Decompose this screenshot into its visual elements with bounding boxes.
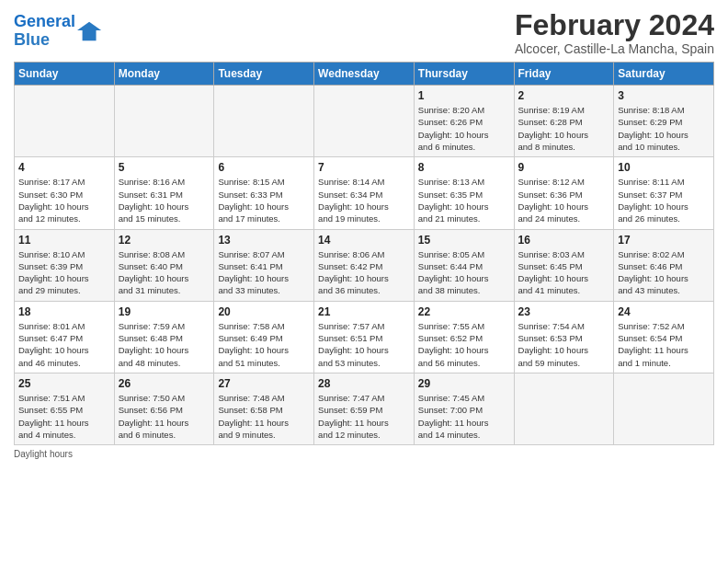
day-info: Sunrise: 7:57 AMSunset: 6:51 PMDaylight:… — [318, 320, 410, 369]
day-number: 21 — [318, 305, 410, 318]
day-info: Sunrise: 7:52 AMSunset: 6:54 PMDaylight:… — [618, 320, 710, 369]
day-info: Sunrise: 7:59 AMSunset: 6:48 PMDaylight:… — [119, 320, 210, 369]
day-number: 6 — [218, 161, 310, 174]
calendar-week-row: 18Sunrise: 8:01 AMSunset: 6:47 PMDayligh… — [15, 301, 714, 373]
day-number: 19 — [119, 305, 210, 318]
day-number: 13 — [218, 234, 310, 247]
day-info: Sunrise: 8:12 AMSunset: 6:36 PMDaylight:… — [518, 176, 610, 224]
day-info: Sunrise: 7:47 AMSunset: 6:59 PMDaylight:… — [318, 392, 410, 441]
calendar-cell: 25Sunrise: 7:51 AMSunset: 6:55 PMDayligh… — [15, 373, 115, 444]
day-info: Sunrise: 8:01 AMSunset: 6:47 PMDaylight:… — [18, 320, 110, 369]
day-info: Sunrise: 8:03 AMSunset: 6:45 PMDaylight:… — [518, 248, 610, 297]
calendar-cell: 4Sunrise: 8:17 AMSunset: 6:30 PMDaylight… — [15, 157, 115, 229]
calendar-header-row: SundayMondayTuesdayWednesdayThursdayFrid… — [15, 63, 714, 86]
day-number: 12 — [119, 234, 210, 247]
day-info: Sunrise: 8:02 AMSunset: 6:46 PMDaylight:… — [618, 248, 710, 297]
day-info: Sunrise: 8:06 AMSunset: 6:42 PMDaylight:… — [318, 248, 410, 297]
day-number: 26 — [119, 377, 210, 390]
day-number: 11 — [18, 234, 110, 247]
calendar-cell: 28Sunrise: 7:47 AMSunset: 6:59 PMDayligh… — [314, 373, 415, 444]
calendar-week-row: 11Sunrise: 8:10 AMSunset: 6:39 PMDayligh… — [15, 229, 714, 301]
day-number: 28 — [318, 377, 410, 390]
day-number: 15 — [418, 234, 510, 247]
day-info: Sunrise: 8:13 AMSunset: 6:35 PMDaylight:… — [418, 176, 510, 224]
calendar-cell: 3Sunrise: 8:18 AMSunset: 6:29 PMDaylight… — [614, 86, 714, 157]
day-info: Sunrise: 7:51 AMSunset: 6:55 PMDaylight:… — [18, 392, 110, 441]
calendar-cell — [15, 86, 115, 157]
logo-text: GeneralBlue — [14, 13, 75, 50]
day-number: 5 — [119, 161, 210, 174]
day-number: 2 — [518, 89, 610, 102]
day-info: Sunrise: 7:48 AMSunset: 6:58 PMDaylight:… — [218, 392, 310, 441]
footer-daylight: Daylight hours — [14, 449, 714, 459]
calendar-table: SundayMondayTuesdayWednesdayThursdayFrid… — [14, 62, 714, 445]
day-number: 18 — [18, 305, 110, 318]
calendar-cell — [514, 373, 614, 444]
svg-marker-0 — [77, 22, 101, 41]
calendar-day-header: Tuesday — [214, 63, 314, 86]
calendar-day-header: Sunday — [15, 63, 115, 86]
calendar-cell — [114, 86, 214, 157]
day-info: Sunrise: 8:07 AMSunset: 6:41 PMDaylight:… — [218, 248, 310, 297]
logo: GeneralBlue — [14, 13, 103, 50]
day-number: 20 — [218, 305, 310, 318]
calendar-cell: 6Sunrise: 8:15 AMSunset: 6:33 PMDaylight… — [214, 157, 314, 229]
calendar-cell: 11Sunrise: 8:10 AMSunset: 6:39 PMDayligh… — [15, 229, 115, 301]
day-number: 29 — [418, 377, 510, 390]
calendar-day-header: Friday — [514, 63, 614, 86]
day-info: Sunrise: 8:08 AMSunset: 6:40 PMDaylight:… — [119, 248, 210, 297]
calendar-cell: 23Sunrise: 7:54 AMSunset: 6:53 PMDayligh… — [514, 301, 614, 373]
calendar-cell — [614, 373, 714, 444]
calendar-cell: 1Sunrise: 8:20 AMSunset: 6:26 PMDaylight… — [414, 86, 514, 157]
calendar-cell: 2Sunrise: 8:19 AMSunset: 6:28 PMDaylight… — [514, 86, 614, 157]
calendar-cell: 7Sunrise: 8:14 AMSunset: 6:34 PMDaylight… — [314, 157, 415, 229]
day-info: Sunrise: 8:15 AMSunset: 6:33 PMDaylight:… — [218, 176, 310, 224]
calendar-cell: 21Sunrise: 7:57 AMSunset: 6:51 PMDayligh… — [314, 301, 415, 373]
day-number: 17 — [618, 234, 710, 247]
day-number: 16 — [518, 234, 610, 247]
calendar-day-header: Monday — [114, 63, 214, 86]
day-number: 23 — [518, 305, 610, 318]
day-number: 3 — [618, 89, 710, 102]
calendar-cell: 16Sunrise: 8:03 AMSunset: 6:45 PMDayligh… — [514, 229, 614, 301]
calendar-week-row: 25Sunrise: 7:51 AMSunset: 6:55 PMDayligh… — [15, 373, 714, 444]
day-number: 14 — [318, 234, 410, 247]
day-info: Sunrise: 8:05 AMSunset: 6:44 PMDaylight:… — [418, 248, 510, 297]
day-info: Sunrise: 8:19 AMSunset: 6:28 PMDaylight:… — [518, 104, 610, 153]
day-info: Sunrise: 8:16 AMSunset: 6:31 PMDaylight:… — [119, 176, 210, 224]
calendar-cell — [314, 86, 415, 157]
day-number: 4 — [18, 161, 110, 174]
day-info: Sunrise: 7:50 AMSunset: 6:56 PMDaylight:… — [119, 392, 210, 441]
calendar-cell: 17Sunrise: 8:02 AMSunset: 6:46 PMDayligh… — [614, 229, 714, 301]
calendar-cell: 14Sunrise: 8:06 AMSunset: 6:42 PMDayligh… — [314, 229, 415, 301]
calendar-week-row: 4Sunrise: 8:17 AMSunset: 6:30 PMDaylight… — [15, 157, 714, 229]
calendar-cell: 8Sunrise: 8:13 AMSunset: 6:35 PMDaylight… — [414, 157, 514, 229]
calendar-cell: 24Sunrise: 7:52 AMSunset: 6:54 PMDayligh… — [614, 301, 714, 373]
calendar-cell: 10Sunrise: 8:11 AMSunset: 6:37 PMDayligh… — [614, 157, 714, 229]
calendar-day-header: Thursday — [414, 63, 514, 86]
calendar-cell: 26Sunrise: 7:50 AMSunset: 6:56 PMDayligh… — [114, 373, 214, 444]
day-info: Sunrise: 8:20 AMSunset: 6:26 PMDaylight:… — [418, 104, 510, 153]
calendar-cell: 12Sunrise: 8:08 AMSunset: 6:40 PMDayligh… — [114, 229, 214, 301]
calendar-week-row: 1Sunrise: 8:20 AMSunset: 6:26 PMDaylight… — [15, 86, 714, 157]
day-number: 25 — [18, 377, 110, 390]
calendar-cell: 15Sunrise: 8:05 AMSunset: 6:44 PMDayligh… — [414, 229, 514, 301]
calendar-cell: 19Sunrise: 7:59 AMSunset: 6:48 PMDayligh… — [114, 301, 214, 373]
calendar-day-header: Saturday — [614, 63, 714, 86]
day-info: Sunrise: 8:10 AMSunset: 6:39 PMDaylight:… — [18, 248, 110, 297]
day-info: Sunrise: 8:17 AMSunset: 6:30 PMDaylight:… — [18, 176, 110, 224]
day-number: 22 — [418, 305, 510, 318]
day-info: Sunrise: 7:45 AMSunset: 7:00 PMDaylight:… — [418, 392, 510, 441]
day-info: Sunrise: 8:18 AMSunset: 6:29 PMDaylight:… — [618, 104, 710, 153]
day-number: 8 — [418, 161, 510, 174]
calendar-cell: 5Sunrise: 8:16 AMSunset: 6:31 PMDaylight… — [114, 157, 214, 229]
day-number: 1 — [418, 89, 510, 102]
day-number: 27 — [218, 377, 310, 390]
subtitle: Alcocer, Castille-La Mancha, Spain — [515, 41, 714, 56]
day-number: 7 — [318, 161, 410, 174]
title-area: February 2024 Alcocer, Castille-La Manch… — [515, 9, 714, 56]
main-title: February 2024 — [515, 9, 714, 41]
page-container: GeneralBlue February 2024 Alcocer, Casti… — [0, 0, 728, 563]
day-number: 10 — [618, 161, 710, 174]
calendar-cell: 22Sunrise: 7:55 AMSunset: 6:52 PMDayligh… — [414, 301, 514, 373]
